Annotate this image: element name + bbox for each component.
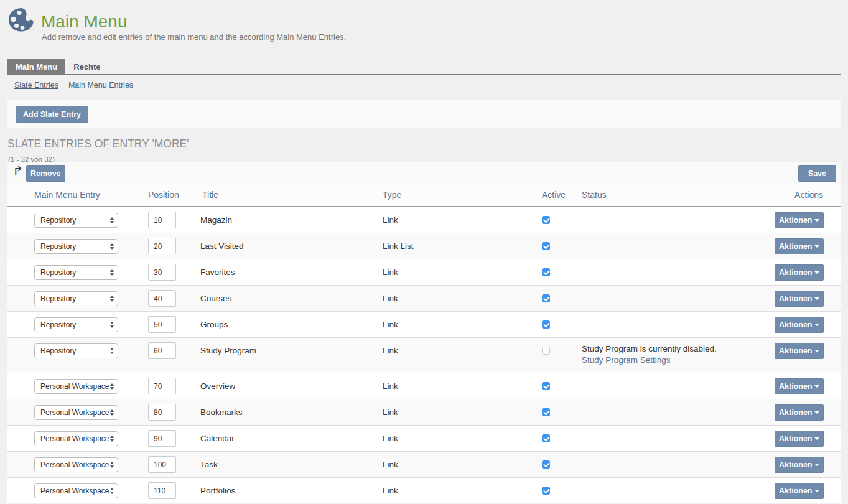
active-checkbox[interactable] — [542, 216, 550, 224]
table-row: Repository Last Visited Link List Aktion… — [7, 233, 841, 259]
row-actions-button[interactable]: Aktionen — [775, 238, 824, 254]
row-type: Link List — [383, 233, 542, 259]
save-button[interactable]: Save — [798, 165, 836, 182]
add-slate-entry-button[interactable]: Add Slate Entry — [16, 106, 88, 123]
caret-down-icon — [814, 490, 819, 492]
active-checkbox[interactable] — [542, 408, 550, 416]
row-action-button-label: Aktionen — [779, 382, 812, 391]
select-stepper-icon — [110, 269, 114, 276]
table-header-row: Main Menu Entry Position Title Type Acti… — [7, 183, 841, 207]
menu-entry-select[interactable]: Personal Workspace — [34, 379, 118, 394]
tab-rechte[interactable]: Rechte — [65, 59, 108, 74]
active-checkbox[interactable] — [542, 434, 550, 442]
select-stepper-icon — [110, 322, 114, 328]
palette-icon — [8, 7, 34, 32]
row-actions-button[interactable]: Aktionen — [775, 457, 824, 473]
active-checkbox[interactable] — [542, 320, 550, 329]
active-checkbox[interactable] — [542, 242, 550, 250]
position-input[interactable] — [148, 342, 176, 359]
select-stepper-icon — [110, 243, 114, 250]
menu-entry-select[interactable]: Repository — [34, 265, 118, 280]
menu-entry-select[interactable]: Personal Workspace — [34, 431, 118, 446]
select-stepper-icon — [110, 348, 114, 354]
row-actions-button[interactable]: Aktionen — [775, 212, 824, 228]
row-title: Calendar — [200, 426, 383, 451]
remove-button[interactable]: Remove — [26, 165, 65, 182]
position-input[interactable] — [148, 430, 176, 447]
active-checkbox[interactable] — [542, 268, 550, 276]
menu-entry-select[interactable]: Personal Workspace — [34, 483, 118, 498]
row-action-button-label: Aktionen — [779, 347, 812, 355]
row-actions-button[interactable]: Aktionen — [775, 317, 824, 333]
caret-down-icon — [814, 271, 819, 274]
subtab-slate-entries[interactable]: Slate Entries — [14, 81, 58, 90]
col-position: Position — [148, 183, 200, 206]
table-row: Personal Workspace Task Link Aktionen — [7, 451, 841, 477]
row-title: Task — [200, 452, 383, 477]
menu-entry-select[interactable]: Personal Workspace — [34, 457, 118, 472]
apply-to-selected-arrow-icon: ↱ — [12, 164, 24, 179]
menu-entry-select-value: Repository — [40, 347, 76, 355]
active-checkbox[interactable] — [542, 382, 550, 390]
status-link[interactable]: Study Program Settings — [582, 355, 671, 365]
row-title: Favorites — [200, 259, 383, 285]
row-actions-button[interactable]: Aktionen — [775, 431, 824, 447]
select-stepper-icon — [110, 462, 114, 468]
tab-main-menu[interactable]: Main Menu — [7, 59, 65, 74]
position-input[interactable] — [148, 290, 176, 307]
row-action-button-label: Aktionen — [779, 434, 812, 443]
active-checkbox[interactable] — [542, 294, 550, 302]
row-actions-button[interactable]: Aktionen — [775, 264, 824, 281]
menu-entry-select-value: Repository — [40, 268, 76, 277]
row-type: Link — [383, 426, 542, 451]
row-title: Magazin — [200, 207, 383, 233]
caret-down-icon — [814, 324, 819, 326]
table-row: Personal Workspace Portfolios Link Aktio… — [7, 477, 841, 503]
row-title: Portfolios — [200, 478, 383, 503]
row-action-button-label: Aktionen — [779, 487, 812, 495]
caret-down-icon — [814, 411, 819, 414]
active-checkbox[interactable] — [542, 487, 550, 495]
subtab-main-menu-entries[interactable]: Main Menu Entries — [68, 81, 133, 90]
select-stepper-icon — [110, 436, 114, 442]
row-type: Link — [383, 478, 542, 503]
menu-entry-select-value: Personal Workspace — [40, 434, 109, 443]
position-input[interactable] — [148, 212, 176, 228]
position-input[interactable] — [148, 378, 176, 394]
tab-main-menu-label: Main Menu — [16, 62, 57, 72]
status-text: Study Program is currently disabled. — [582, 343, 717, 355]
menu-entry-select[interactable]: Repository — [34, 291, 118, 306]
table-rows: Repository Magazin Link Aktionen — [7, 207, 841, 503]
position-input[interactable] — [148, 456, 176, 473]
row-actions-button[interactable]: Aktionen — [775, 378, 824, 394]
menu-entry-select-value: Repository — [40, 216, 76, 225]
row-action-button-label: Aktionen — [779, 408, 812, 417]
menu-entry-select-value: Repository — [40, 242, 76, 251]
position-input[interactable] — [148, 482, 176, 499]
menu-entry-select[interactable]: Repository — [34, 213, 118, 228]
row-actions-button[interactable]: Aktionen — [775, 483, 824, 499]
menu-entry-select[interactable]: Repository — [34, 239, 118, 254]
menu-entry-select-value: Personal Workspace — [40, 408, 109, 417]
menu-entry-select[interactable]: Repository — [34, 317, 118, 332]
row-actions-button[interactable]: Aktionen — [775, 343, 824, 359]
row-action-button-label: Aktionen — [779, 320, 812, 329]
col-title: Title — [200, 183, 383, 206]
row-actions-button[interactable]: Aktionen — [775, 404, 824, 421]
position-input[interactable] — [148, 264, 176, 281]
position-input[interactable] — [148, 316, 176, 333]
caret-down-icon — [814, 297, 819, 300]
row-actions-button[interactable]: Aktionen — [775, 291, 824, 307]
position-input[interactable] — [148, 404, 176, 421]
active-checkbox[interactable] — [542, 460, 550, 469]
menu-entry-select[interactable]: Repository — [34, 343, 118, 358]
menu-entry-select[interactable]: Personal Workspace — [34, 405, 118, 420]
row-action-button-label: Aktionen — [779, 242, 812, 251]
row-type: Link — [383, 373, 542, 399]
active-checkbox[interactable] — [542, 347, 550, 355]
position-input[interactable] — [148, 238, 176, 254]
select-stepper-icon — [110, 488, 114, 494]
row-type: Link — [383, 312, 542, 337]
section-head: SLATE ENTRIES OF ENTRY 'MORE' (1 - 32 vo… — [7, 128, 841, 162]
app-header: Main Menu Add remove and edit entries of… — [7, 0, 841, 59]
